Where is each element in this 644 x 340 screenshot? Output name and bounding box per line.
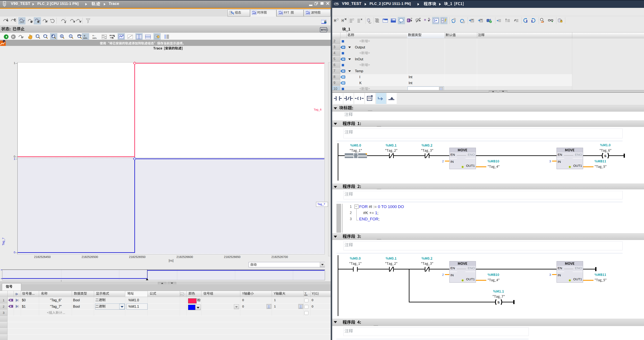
svg-text:H◽H: H◽H xyxy=(424,18,430,22)
svg-text:FO: FO xyxy=(180,293,183,295)
svg-text:┣┫: ┣┫ xyxy=(341,19,344,22)
svg-text:┣┫: ┣┫ xyxy=(334,19,336,22)
svg-text:↑y: ↑y xyxy=(83,34,85,37)
svg-text:S: S xyxy=(604,154,606,158)
svg-text:...: ... xyxy=(400,19,402,21)
svg-text:100x: 100x xyxy=(304,294,308,296)
svg-text:??: ?? xyxy=(368,97,371,100)
svg-text:↑y: ↑y xyxy=(304,292,306,294)
svg-text:100%: 100% xyxy=(77,34,82,36)
svg-text:x→: x→ xyxy=(92,34,96,37)
svg-text:100%: 100% xyxy=(92,37,96,39)
svg-text:100%: 100% xyxy=(83,37,87,39)
svg-text:t: t xyxy=(113,37,114,39)
svg-text:S: S xyxy=(498,300,500,304)
